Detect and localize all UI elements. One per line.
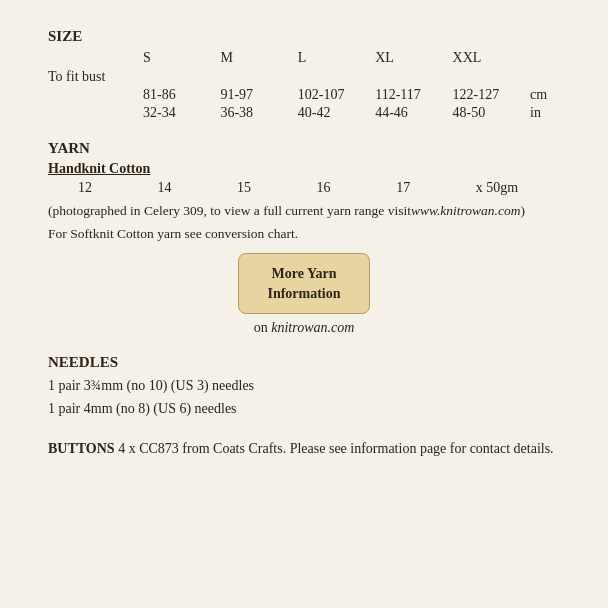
bust-in-xl: 44-46 xyxy=(375,104,452,122)
yarn-note1: (photographed in Celery 309, to view a f… xyxy=(48,201,560,221)
bust-cm-l: 102-107 xyxy=(298,86,375,104)
page-container: SIZE S M L XL XXL To fit bust 81-86 91-9… xyxy=(0,0,608,608)
size-xxl-header: XXL xyxy=(453,49,530,68)
bust-cm-m: 91-97 xyxy=(220,86,297,104)
needle2: 1 pair 4mm (no 8) (US 6) needles xyxy=(48,398,560,420)
empty-label xyxy=(48,49,143,68)
on-site-line: on knitrowan.com xyxy=(48,320,560,336)
qty-xxl: 17 xyxy=(396,179,476,197)
size-s-header: S xyxy=(143,49,220,68)
yarn-note1-text: (photographed in Celery 309, to view a f… xyxy=(48,203,411,218)
qty-m: 14 xyxy=(158,179,238,197)
unit-in: in xyxy=(530,104,560,122)
bust-cm-xxl: 122-127 xyxy=(453,86,530,104)
yarn-quantities-row: 12 14 15 16 17 x 50gm xyxy=(48,179,560,197)
needle1: 1 pair 3¾mm (no 10) (US 3) needles xyxy=(48,375,560,397)
qty-l: 15 xyxy=(237,179,317,197)
more-yarn-btn-wrapper: More Yarn Information xyxy=(48,253,560,314)
bust-in-xxl: 48-50 xyxy=(453,104,530,122)
unit-cm: cm xyxy=(530,86,560,104)
yarn-website: www.knitrowan.com xyxy=(411,203,521,218)
yarn-title: YARN xyxy=(48,140,560,157)
more-yarn-button[interactable]: More Yarn Information xyxy=(238,253,369,314)
qty-s: 12 xyxy=(78,179,158,197)
needles-title: NEEDLES xyxy=(48,354,560,371)
bust-label-row: To fit bust xyxy=(48,68,560,86)
bust-cm-xl: 112-117 xyxy=(375,86,452,104)
size-title: SIZE xyxy=(48,28,560,45)
bust-in-m: 36-38 xyxy=(220,104,297,122)
yarn-section: YARN Handknit Cotton 12 14 15 16 17 x 50… xyxy=(48,140,560,336)
qty-unit: x 50gm xyxy=(476,179,560,197)
size-l-header: L xyxy=(298,49,375,68)
size-header-row: S M L XL XXL xyxy=(48,49,560,68)
size-m-header: M xyxy=(220,49,297,68)
size-xl-header: XL xyxy=(375,49,452,68)
size-section: SIZE S M L XL XXL To fit bust 81-86 91-9… xyxy=(48,28,560,122)
yarn-note1-end: ) xyxy=(520,203,525,218)
bust-in-empty xyxy=(48,104,143,122)
yarn-note2: For Softknit Cotton yarn see conversion … xyxy=(48,224,560,244)
on-label: on xyxy=(254,320,268,335)
bust-in-s: 32-34 xyxy=(143,104,220,122)
bust-cm-empty xyxy=(48,86,143,104)
buttons-section: BUTTONS 4 x CC873 from Coats Crafts. Ple… xyxy=(48,438,560,459)
qty-xl: 16 xyxy=(317,179,397,197)
buttons-label: BUTTONS xyxy=(48,441,115,456)
to-fit-bust-label: To fit bust xyxy=(48,68,560,86)
bust-cm-row: 81-86 91-97 102-107 112-117 122-127 cm xyxy=(48,86,560,104)
buttons-text: 4 x CC873 from Coats Crafts. Please see … xyxy=(115,441,554,456)
needles-section: NEEDLES 1 pair 3¾mm (no 10) (US 3) needl… xyxy=(48,354,560,420)
bust-cm-s: 81-86 xyxy=(143,86,220,104)
btn-line2: Information xyxy=(267,286,340,301)
bust-in-l: 40-42 xyxy=(298,104,375,122)
yarn-name: Handknit Cotton xyxy=(48,161,560,177)
on-site-url: knitrowan.com xyxy=(271,320,354,335)
bust-in-row: 32-34 36-38 40-42 44-46 48-50 in xyxy=(48,104,560,122)
btn-line1: More Yarn xyxy=(272,266,337,281)
